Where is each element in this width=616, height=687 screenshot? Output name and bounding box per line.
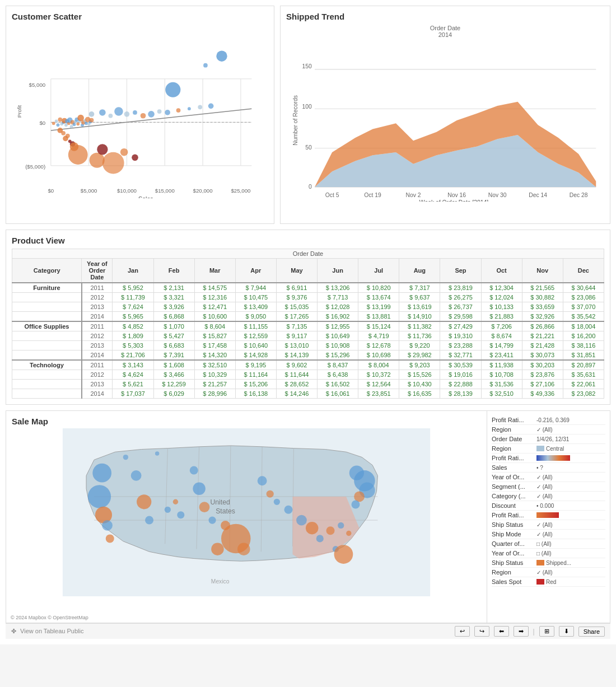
value-cell: $ 8,604 xyxy=(194,321,235,331)
filter-row: Ship Mode✓ (All) xyxy=(492,530,605,539)
table-row: 2014$ 5,965$ 6,868$ 10,600$ 9,050$ 17,26… xyxy=(12,312,604,322)
filter-value: ✓ (All) xyxy=(536,569,553,576)
value-cell: $ 33,659 xyxy=(522,302,563,312)
value-cell: $ 35,631 xyxy=(563,370,604,380)
svg-text:Nov 16: Nov 16 xyxy=(447,192,466,198)
undo-button[interactable]: ↩ xyxy=(455,626,470,637)
back-button[interactable]: ⬅ xyxy=(494,626,509,637)
year-cell: 2011 xyxy=(82,360,113,370)
download-button[interactable]: ⬇ xyxy=(559,626,574,637)
col-aug: Aug xyxy=(399,259,440,283)
value-cell: $ 15,827 xyxy=(194,331,235,341)
svg-text:Sales: Sales xyxy=(138,195,153,198)
value-cell: $ 10,430 xyxy=(399,380,440,389)
col-jan: Jan xyxy=(113,259,153,283)
value-cell: $ 16,502 xyxy=(318,380,358,389)
map-title: Sale Map xyxy=(12,417,481,426)
svg-point-65 xyxy=(124,111,130,117)
year-cell: 2014 xyxy=(82,350,113,361)
filter-swatch xyxy=(536,446,544,451)
svg-point-23 xyxy=(57,123,60,127)
col-jul: Jul xyxy=(358,259,399,283)
svg-point-58 xyxy=(97,144,108,155)
layout-button[interactable]: ⊞ xyxy=(539,626,554,637)
filter-value: ✓ (All) xyxy=(536,493,553,499)
value-cell: $ 1,070 xyxy=(153,321,194,331)
trend-title: Shipped Trend xyxy=(286,12,604,21)
svg-point-37 xyxy=(76,122,80,125)
filter-label: Year of Or... xyxy=(492,474,536,480)
value-cell: $ 5,427 xyxy=(153,331,194,341)
svg-text:$0: $0 xyxy=(48,188,54,194)
value-cell: $ 8,437 xyxy=(318,360,358,370)
value-cell: $ 13,674 xyxy=(358,293,399,302)
category-cell xyxy=(12,350,82,361)
filter-row: Discount• 0.000 xyxy=(492,501,605,511)
value-cell: $ 9,050 xyxy=(235,312,276,322)
svg-point-123 xyxy=(284,506,293,514)
filter-value: -0.216, 0.369 xyxy=(536,417,570,423)
svg-point-68 xyxy=(148,111,155,118)
svg-point-67 xyxy=(141,113,146,119)
svg-point-61 xyxy=(89,111,95,117)
svg-text:United: United xyxy=(211,498,230,506)
value-cell: $ 19,016 xyxy=(440,370,481,380)
value-cell: $ 30,644 xyxy=(563,283,604,293)
filter-label: Region xyxy=(492,426,536,433)
value-cell: $ 12,316 xyxy=(194,293,235,302)
svg-point-143 xyxy=(274,499,280,505)
value-cell: $ 16,138 xyxy=(235,389,276,399)
toolbar: ✤ View on Tableau Public ↩ ↪ ⬅ ➡ | ⊞ ⬇ S… xyxy=(6,623,610,639)
product-title: Product View xyxy=(12,236,604,245)
value-cell: $ 13,881 xyxy=(358,312,399,322)
year-cell: 2011 xyxy=(82,283,113,293)
value-cell: $ 21,706 xyxy=(113,350,153,361)
value-cell: $ 28,652 xyxy=(276,380,317,389)
filter-row: Year of Or...□ (All) xyxy=(492,549,605,558)
value-cell: $ 14,575 xyxy=(194,283,235,293)
value-cell: $ 10,600 xyxy=(194,312,235,322)
redo-button[interactable]: ↪ xyxy=(474,626,489,637)
value-cell: $ 35,542 xyxy=(563,312,604,322)
forward-button[interactable]: ➡ xyxy=(514,626,529,637)
value-cell: $ 15,124 xyxy=(358,321,399,331)
svg-point-128 xyxy=(338,522,344,529)
filter-row: Sales SpotRed xyxy=(492,577,605,587)
value-cell: $ 16,902 xyxy=(318,312,358,322)
value-cell: $ 9,376 xyxy=(276,293,317,302)
filter-label: Ship Status xyxy=(492,521,536,528)
svg-point-114 xyxy=(137,494,151,509)
table-row: 2012$ 11,739$ 3,321$ 12,316$ 10,475$ 9,3… xyxy=(12,293,604,302)
svg-point-51 xyxy=(66,134,70,138)
trend-order-date-label: Order Date 2014 xyxy=(286,25,604,38)
table-row: Technology2011$ 3,143$ 1,608$ 32,510$ 9,… xyxy=(12,360,604,370)
svg-point-138 xyxy=(165,507,171,513)
filter-row: Order Date1/4/26, 12/31 xyxy=(492,434,605,444)
filter-swatch xyxy=(536,579,544,585)
col-feb: Feb xyxy=(153,259,194,283)
svg-text:$10,000: $10,000 xyxy=(117,188,137,194)
value-cell: $ 10,133 xyxy=(481,302,522,312)
filter-row: RegionCentral xyxy=(492,444,605,454)
value-cell: $ 5,965 xyxy=(113,312,153,322)
svg-point-136 xyxy=(334,545,353,564)
value-cell: $ 23,411 xyxy=(481,350,522,361)
svg-point-47 xyxy=(90,118,94,123)
filter-label: Ship Status xyxy=(492,559,536,566)
view-on-public-link[interactable]: ✤ View on Tableau Public xyxy=(11,628,83,635)
value-cell: $ 11,644 xyxy=(276,370,317,380)
svg-point-62 xyxy=(99,109,106,116)
svg-point-112 xyxy=(106,534,114,543)
category-cell xyxy=(12,302,82,312)
share-button[interactable]: Share xyxy=(578,627,605,637)
value-cell: $ 12,678 xyxy=(358,341,399,350)
value-cell: $ 16,061 xyxy=(318,389,358,399)
filter-value: Red xyxy=(546,579,556,585)
svg-text:Oct 5: Oct 5 xyxy=(325,192,339,198)
value-cell: $ 9,117 xyxy=(276,331,317,341)
value-cell: $ 7,206 xyxy=(481,321,522,331)
value-cell: $ 29,598 xyxy=(440,312,481,322)
svg-point-109 xyxy=(88,485,111,508)
value-cell: $ 9,203 xyxy=(399,360,440,370)
svg-point-56 xyxy=(90,153,105,168)
